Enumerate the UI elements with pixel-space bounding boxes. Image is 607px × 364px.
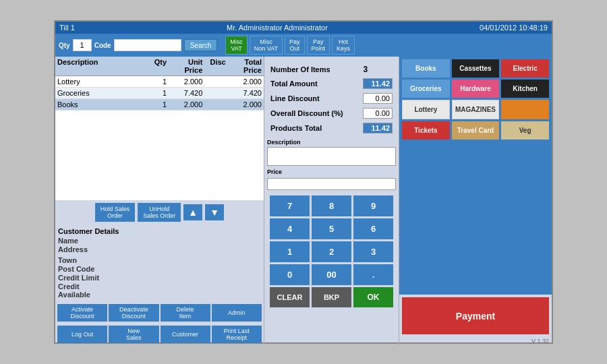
address-label: Address (58, 245, 105, 253)
payment-button[interactable]: Payment (402, 297, 549, 334)
admin-button[interactable]: Admin (212, 304, 262, 322)
desc-area: Description Price (267, 139, 396, 190)
category-hardware-button[interactable]: Hardware (452, 80, 500, 98)
table-row[interactable]: Books 1 2.000 2.000 (55, 99, 264, 111)
overalldisc-label: Overall Discount (%) (268, 107, 359, 120)
bottom-action-buttons: Log Out NewSales Customer Print LastRece… (55, 324, 264, 345)
tab-misc-vat[interactable]: MiscVAT (225, 36, 248, 55)
num-5-button[interactable]: 5 (312, 218, 351, 239)
category-lottery-button[interactable]: Lottery (402, 100, 450, 119)
toolbar: Qty Code Search MiscVAT MiscNon VAT PayO… (55, 34, 552, 57)
table-row[interactable]: Lottery 1 2.000 2.000 (55, 76, 264, 88)
qty-input[interactable] (73, 39, 92, 51)
overalldisc-value: 0.00 (363, 108, 393, 119)
customer-button[interactable]: Customer (161, 326, 210, 343)
middle-panel: Number Of Items 3 Total Amount 11.42 Lin… (264, 57, 399, 345)
category-empty1-button[interactable] (501, 100, 549, 119)
header-description: Description (55, 57, 139, 75)
num-1-button[interactable]: 1 (270, 241, 310, 262)
unhold-order-button[interactable]: UnHoldSales Order (138, 203, 181, 222)
delete-item-button[interactable]: DeleteItem (161, 304, 210, 322)
top-bar: Till 1 Mr. Administrator Administrator 0… (55, 22, 552, 34)
num-6-button[interactable]: 6 (353, 218, 393, 239)
code-label: Code (94, 42, 111, 49)
num-0-button[interactable]: 0 (270, 264, 310, 285)
category-veg-button[interactable]: Veg (501, 121, 549, 140)
header-qty: Qty (139, 57, 169, 75)
price-field-label: Price (267, 169, 396, 175)
credit-avail-label: Credit Available (58, 282, 105, 299)
down-arrow-button[interactable]: ▼ (205, 204, 224, 220)
search-button[interactable]: Search (184, 39, 218, 51)
category-magazines-button[interactable]: MAGAZINES (452, 100, 500, 119)
action-buttons: ActivateDiscount DeactivateDiscount Dele… (55, 302, 264, 324)
description-input[interactable] (267, 147, 396, 166)
category-kitchen-button[interactable]: Kitchen (501, 80, 549, 98)
tab-pay-point[interactable]: PayPoint (307, 36, 330, 55)
header-disc: Disc (204, 57, 227, 75)
num-2-button[interactable]: 2 (312, 241, 351, 262)
tab-hot-keys[interactable]: HotKeys (332, 36, 355, 55)
header-total: Total Price (228, 57, 264, 75)
left-panel: Description Qty Unit Price Disc Total Pr… (55, 57, 264, 345)
linedisc-label: Line Discount (268, 92, 359, 105)
num-7-button[interactable]: 7 (270, 195, 310, 216)
linedisc-value: 0.00 (363, 93, 393, 104)
numpad: 7 8 9 4 5 6 1 2 3 0 00 . CLEAR BKP OK (267, 193, 396, 310)
right-panel: Books Cassettes Electric Groceries Hardw… (399, 57, 552, 345)
version-label: V 1.32 (399, 337, 552, 345)
price-input[interactable] (267, 178, 396, 190)
summary-table: Number Of Items 3 Total Amount 11.42 Lin… (267, 62, 396, 136)
num-3-button[interactable]: 3 (353, 241, 393, 262)
name-label: Name (58, 237, 105, 245)
qty-label: Qty (59, 42, 70, 49)
items-count: 3 (363, 65, 368, 74)
order-buttons: Hold SalesOrder UnHoldSales Order ▲ ▼ (55, 200, 264, 224)
log-out-button[interactable]: Log Out (57, 326, 107, 343)
desc-field-label: Description (267, 139, 396, 146)
bkp-button[interactable]: BKP (312, 287, 351, 307)
code-input[interactable] (114, 39, 181, 51)
ok-button[interactable]: OK (353, 287, 393, 307)
items-label: Number Of Items (268, 63, 359, 75)
num-4-button[interactable]: 4 (270, 218, 310, 239)
sales-table: Description Qty Unit Price Disc Total Pr… (55, 57, 264, 200)
clear-button[interactable]: CLEAR (270, 287, 310, 307)
products-label: Products Total (268, 121, 359, 135)
tab-misc-non-vat[interactable]: MiscNon VAT (250, 36, 283, 55)
credit-label: Credit Limit (58, 274, 105, 282)
table-header: Description Qty Unit Price Disc Total Pr… (55, 57, 264, 76)
till-label: Till 1 (59, 24, 75, 32)
num-dot-button[interactable]: . (353, 264, 393, 285)
customer-section: Customer Details Name Address Town Post … (55, 224, 264, 302)
datetime-label: 04/01/2012 10:48:19 (480, 24, 548, 32)
table-row[interactable]: Groceries 1 7.420 7.420 (55, 88, 264, 99)
category-cassettes-button[interactable]: Cassettes (452, 59, 500, 78)
town-label: Town (58, 256, 105, 264)
num-8-button[interactable]: 8 (312, 195, 351, 216)
category-travelcard-button[interactable]: Travel Card (452, 121, 500, 140)
tab-pay-out[interactable]: PayOut (285, 36, 305, 55)
user-label: Mr. Administrator Administrator (227, 24, 328, 32)
total-label: Total Amount (268, 77, 359, 90)
category-groceries-button[interactable]: Groceries (402, 80, 450, 98)
postcode-label: Post Code (58, 265, 105, 273)
num-9-button[interactable]: 9 (353, 195, 393, 216)
activate-discount-button[interactable]: ActivateDiscount (57, 304, 107, 322)
up-arrow-button[interactable]: ▲ (183, 204, 202, 220)
category-electric-button[interactable]: Electric (501, 59, 549, 78)
deactivate-discount-button[interactable]: DeactivateDiscount (109, 304, 158, 322)
category-tickets-button[interactable]: Tickets (402, 121, 450, 140)
num-00-button[interactable]: 00 (312, 264, 351, 285)
new-sales-button[interactable]: NewSales (109, 326, 158, 343)
print-receipt-button[interactable]: Print LastReceipt (212, 326, 262, 343)
header-unit-price: Unit Price (169, 57, 204, 75)
payment-area: Payment (399, 295, 552, 337)
products-value: 11.42 (363, 123, 393, 133)
content-area: Description Qty Unit Price Disc Total Pr… (55, 57, 552, 345)
hold-order-button[interactable]: Hold SalesOrder (95, 203, 136, 222)
total-value: 11.42 (363, 78, 393, 89)
category-books-button[interactable]: Books (402, 59, 450, 78)
